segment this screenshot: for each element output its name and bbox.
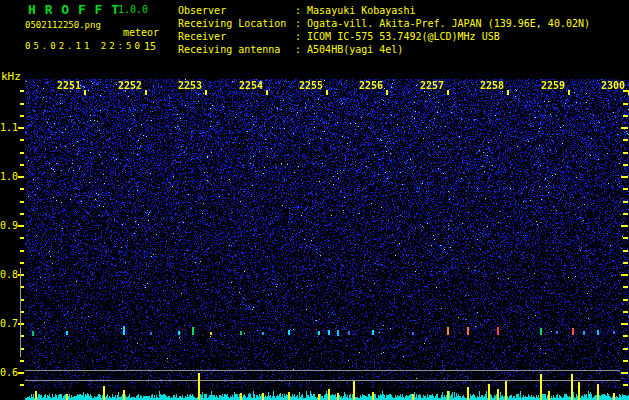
info-value: A504HB(yagi 4el)	[307, 44, 403, 55]
freq-tick-mark	[20, 115, 24, 117]
right-tick-mark	[623, 188, 628, 190]
time-tick-label: 2300	[601, 80, 625, 91]
freq-tick-label: 0.6	[0, 367, 17, 378]
echo-count: 15	[144, 41, 156, 52]
freq-tick-mark	[20, 237, 24, 239]
time-tick-mark	[568, 90, 570, 95]
freq-tick-mark	[20, 250, 24, 252]
right-tick-mark	[621, 127, 628, 129]
freq-tick-mark	[20, 103, 24, 105]
info-label: Receiving Location	[178, 17, 295, 30]
right-tick-mark	[623, 262, 628, 264]
right-tick-mark	[621, 225, 628, 227]
freq-tick-mark	[20, 90, 24, 92]
freq-tick-label: 1.1	[0, 122, 17, 133]
time-tick-label: 2255	[299, 80, 323, 91]
app-version: 1.0.0	[118, 4, 148, 15]
freq-tick-mark	[20, 213, 24, 215]
time-tick-mark	[386, 90, 388, 95]
freq-tick-mark	[18, 225, 24, 227]
time-tick-label: 2251	[57, 80, 81, 91]
capture-filename: 0502112250.png	[25, 20, 101, 30]
freq-tick-mark	[20, 152, 24, 154]
right-tick-mark	[623, 360, 628, 362]
time-tick-mark	[205, 90, 207, 95]
time-tick-mark	[266, 90, 268, 95]
freq-tick-mark	[20, 139, 24, 141]
freq-tick-label: 0.7	[0, 318, 17, 329]
info-value: Ogata-vill. Akita-Pref. JAPAN (139.96E, …	[307, 18, 590, 29]
right-tick-mark	[623, 103, 628, 105]
freq-tick-label: 0.9	[0, 220, 17, 231]
freq-tick-mark	[18, 274, 24, 276]
right-tick-mark	[621, 176, 628, 178]
right-tick-mark	[623, 237, 628, 239]
right-tick-mark	[623, 115, 628, 117]
info-colon: :	[295, 18, 307, 29]
freq-tick-mark	[20, 360, 24, 362]
right-tick-mark	[623, 348, 628, 350]
capture-mode: meteor	[123, 27, 159, 38]
info-colon: :	[295, 5, 307, 16]
info-row: Observer: Masayuki Kobayashi	[178, 4, 590, 17]
time-tick-label: 2257	[420, 80, 444, 91]
right-tick-mark	[623, 311, 628, 313]
time-tick-mark	[145, 90, 147, 95]
observation-info: Observer: Masayuki KobayashiReceiving Lo…	[178, 4, 590, 56]
time-tick-mark	[507, 90, 509, 95]
info-label: Receiver	[178, 30, 295, 43]
freq-tick-mark	[20, 384, 24, 386]
right-tick-mark	[623, 299, 628, 301]
time-tick-label: 2252	[118, 80, 142, 91]
freq-tick-mark	[20, 201, 24, 203]
freq-tick-mark	[20, 262, 24, 264]
right-tick-mark	[623, 152, 628, 154]
right-tick-mark	[623, 139, 628, 141]
right-tick-mark	[623, 201, 628, 203]
right-tick-mark	[623, 213, 628, 215]
freq-unit-label: kHz	[1, 70, 21, 83]
capture-datetime: 05.02.11 22:50	[25, 41, 143, 51]
right-tick-mark	[623, 286, 628, 288]
detection-band-marker	[20, 268, 21, 357]
right-tick-mark	[623, 250, 628, 252]
time-tick-label: 2256	[359, 80, 383, 91]
info-row: Receiving antenna: A504HB(yagi 4el)	[178, 43, 590, 56]
power-plot-canvas	[25, 370, 629, 400]
freq-tick-mark	[18, 176, 24, 178]
info-value: Masayuki Kobayashi	[307, 5, 415, 16]
info-row: Receiving Location: Ogata-vill. Akita-Pr…	[178, 17, 590, 30]
freq-tick-label: 1.0	[0, 171, 17, 182]
freq-tick-mark	[18, 127, 24, 129]
hrofft-window: H R O F F T 1.0.0 0502112250.png meteor …	[0, 0, 629, 400]
time-tick-mark	[326, 90, 328, 95]
time-tick-label: 2259	[541, 80, 565, 91]
info-label: Receiving antenna	[178, 43, 295, 56]
freq-tick-label: 0.8	[0, 269, 17, 280]
info-label: Observer	[178, 4, 295, 17]
time-tick-label: 2253	[178, 80, 202, 91]
info-colon: :	[295, 44, 307, 55]
right-tick-mark	[623, 164, 628, 166]
time-tick-mark	[84, 90, 86, 95]
spectrogram-canvas	[25, 79, 629, 388]
time-tick-label: 2254	[239, 80, 263, 91]
info-colon: :	[295, 31, 307, 42]
right-tick-mark	[623, 335, 628, 337]
freq-tick-mark	[20, 164, 24, 166]
right-tick-mark	[621, 323, 628, 325]
time-tick-mark	[447, 90, 449, 95]
time-tick-label: 2258	[480, 80, 504, 91]
right-tick-mark	[621, 274, 628, 276]
freq-tick-mark	[18, 323, 24, 325]
info-value: ICOM IC-575 53.7492(@LCD)MHz USB	[307, 31, 500, 42]
freq-tick-mark	[18, 372, 24, 374]
app-title: H R O F F T	[28, 2, 120, 17]
info-row: Receiver: ICOM IC-575 53.7492(@LCD)MHz U…	[178, 30, 590, 43]
freq-tick-mark	[20, 188, 24, 190]
